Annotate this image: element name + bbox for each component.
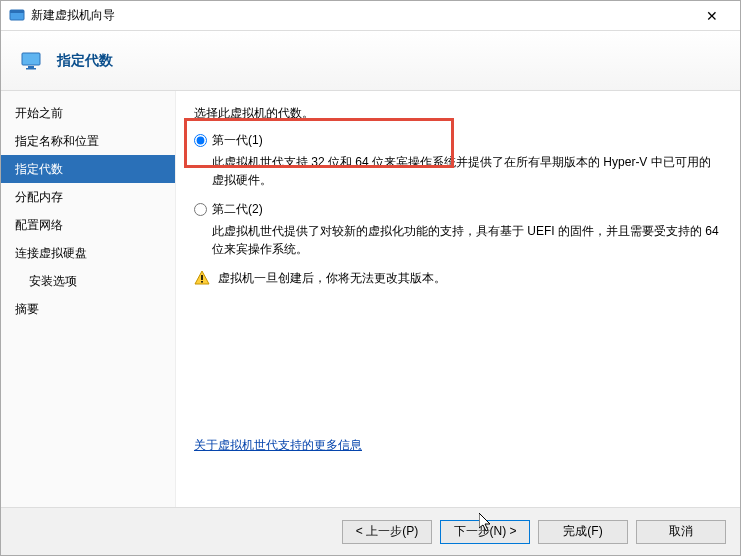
gen2-radio-row[interactable]: 第二代(2) — [194, 201, 722, 218]
window-icon — [9, 8, 25, 24]
warning-text: 虚拟机一旦创建后，你将无法更改其版本。 — [218, 270, 446, 287]
body: 开始之前指定名称和位置指定代数分配内存配置网络连接虚拟硬盘安装选项摘要 选择此虚… — [1, 91, 740, 507]
finish-button[interactable]: 完成(F) — [538, 520, 628, 544]
intro-text: 选择此虚拟机的代数。 — [194, 105, 722, 122]
svg-rect-4 — [26, 68, 36, 70]
warning-row: 虚拟机一旦创建后，你将无法更改其版本。 — [194, 270, 722, 287]
sidebar-item-3[interactable]: 分配内存 — [1, 183, 175, 211]
svg-rect-3 — [28, 66, 34, 68]
gen1-desc: 此虚拟机世代支持 32 位和 64 位来宾操作系统并提供了在所有早期版本的 Hy… — [212, 153, 722, 189]
content-pane: 选择此虚拟机的代数。 第一代(1) 此虚拟机世代支持 32 位和 64 位来宾操… — [176, 91, 740, 507]
titlebar: 新建虚拟机向导 ✕ — [1, 1, 740, 31]
gen2-radio[interactable] — [194, 203, 207, 216]
window-title: 新建虚拟机向导 — [31, 7, 692, 24]
footer: < 上一步(P) 下一步(N) > 完成(F) 取消 — [1, 507, 740, 555]
gen1-label: 第一代(1) — [212, 132, 263, 149]
header-banner: 指定代数 — [1, 31, 740, 91]
prev-button[interactable]: < 上一步(P) — [342, 520, 432, 544]
sidebar-item-0[interactable]: 开始之前 — [1, 99, 175, 127]
sidebar-item-6[interactable]: 安装选项 — [1, 267, 175, 295]
svg-rect-6 — [201, 275, 203, 280]
sidebar-item-4[interactable]: 配置网络 — [1, 211, 175, 239]
wizard-window: 新建虚拟机向导 ✕ 指定代数 开始之前指定名称和位置指定代数分配内存配置网络连接… — [0, 0, 741, 556]
svg-rect-1 — [10, 10, 24, 13]
cancel-button[interactable]: 取消 — [636, 520, 726, 544]
next-button[interactable]: 下一步(N) > — [440, 520, 530, 544]
sidebar-item-5[interactable]: 连接虚拟硬盘 — [1, 239, 175, 267]
svg-rect-7 — [201, 281, 203, 283]
svg-rect-2 — [22, 53, 40, 65]
gen2-desc: 此虚拟机世代提供了对较新的虚拟化功能的支持，具有基于 UEFI 的固件，并且需要… — [212, 222, 722, 258]
sidebar-item-2[interactable]: 指定代数 — [1, 155, 175, 183]
more-info-link[interactable]: 关于虚拟机世代支持的更多信息 — [194, 437, 362, 454]
sidebar-item-7[interactable]: 摘要 — [1, 295, 175, 323]
page-title: 指定代数 — [57, 52, 113, 70]
gen2-label: 第二代(2) — [212, 201, 263, 218]
sidebar-item-1[interactable]: 指定名称和位置 — [1, 127, 175, 155]
sidebar: 开始之前指定名称和位置指定代数分配内存配置网络连接虚拟硬盘安装选项摘要 — [1, 91, 176, 507]
monitor-icon — [21, 52, 41, 70]
gen1-radio-row[interactable]: 第一代(1) — [194, 132, 722, 149]
close-button[interactable]: ✕ — [692, 8, 732, 24]
warning-icon — [194, 270, 210, 286]
gen1-radio[interactable] — [194, 134, 207, 147]
